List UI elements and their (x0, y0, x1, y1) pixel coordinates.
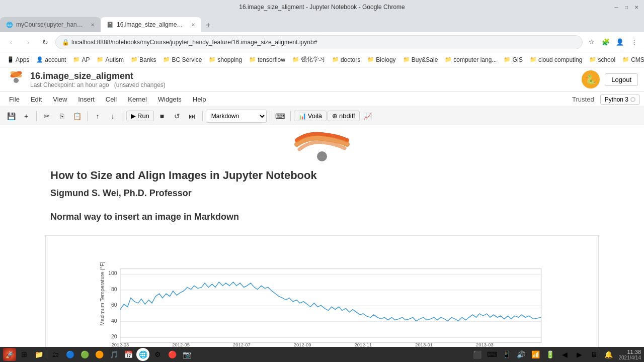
reload-button[interactable]: ↻ (38, 35, 52, 49)
taskbar-chrome[interactable]: 🌐 (136, 348, 149, 361)
tab-1-close[interactable]: ✕ (91, 22, 95, 28)
menu-dots-icon[interactable]: ⋮ (628, 36, 640, 48)
taskbar-launchpad[interactable]: 🚀 (3, 348, 16, 361)
new-tab-button[interactable]: + (201, 18, 215, 32)
logout-button[interactable]: Logout (605, 73, 638, 86)
tab-1[interactable]: 🌐 myCourse/jupyter_handy... ✕ (0, 17, 101, 32)
bookmark-tensorflow[interactable]: 📁 tensorflow (246, 55, 288, 64)
svg-text:2013-03: 2013-03 (476, 342, 494, 346)
bookmark-cms[interactable]: 📁 CMS (619, 55, 644, 64)
bookmark-banks[interactable]: 📁 Banks (128, 55, 159, 64)
taskbar-item3[interactable]: 🟢 (78, 348, 91, 361)
jupyter-logo-icon (6, 69, 26, 89)
back-button[interactable]: ‹ (4, 35, 18, 49)
voila-button[interactable]: 📊 Voilà (294, 111, 327, 121)
taskbar-item8[interactable]: 🔴 (166, 348, 179, 361)
taskbar-grid[interactable]: ⊞ (18, 348, 31, 361)
bookmark-ap[interactable]: 📁 AP (70, 55, 93, 64)
taskbar-settings[interactable]: ⚙ (151, 348, 164, 361)
bookmark-star-icon[interactable]: ☆ (586, 36, 598, 48)
bookmark-buysale[interactable]: 📁 Buy&Sale (400, 55, 441, 64)
menu-kernel[interactable]: Kernel (123, 94, 152, 105)
taskbar-battery[interactable]: 🔋 (544, 348, 557, 361)
minimize-button[interactable]: ─ (613, 4, 620, 11)
extensions-icon[interactable]: 🧩 (600, 36, 612, 48)
bookmark-cloud[interactable]: 📁 cloud computing (527, 55, 585, 64)
svg-text:40: 40 (111, 318, 117, 324)
taskbar-scroll2[interactable]: ▶ (573, 348, 586, 361)
cell-type-select[interactable]: Markdown Code Raw NBConvert (206, 110, 267, 123)
add-cell-button[interactable]: + (19, 109, 33, 123)
window-controls[interactable]: ─ □ ✕ (613, 4, 640, 11)
bookmark-apps-label: Apps (16, 56, 29, 63)
bookmark-apps[interactable]: 📱 Apps (4, 55, 32, 64)
taskbar-screen[interactable]: 🖥 (588, 348, 601, 361)
menu-cell[interactable]: Cell (101, 94, 122, 105)
maximize-button[interactable]: □ (623, 4, 630, 11)
bookmark-autism-label: Autism (105, 56, 124, 63)
nbdiff-button[interactable]: ⊕ nbdiff (328, 111, 360, 121)
bookmark-doctors[interactable]: 📁 doctors (329, 55, 363, 64)
taskbar-item9[interactable]: 📷 (180, 348, 193, 361)
run-button[interactable]: ▶ Run (126, 111, 154, 121)
bookmark-gis[interactable]: 📁 GIS (501, 55, 526, 64)
save-button[interactable]: 💾 (4, 109, 18, 123)
kernel-name: Python 3 (605, 96, 628, 103)
jupyter-header-right: 🐍 Logout (582, 70, 638, 88)
bookmark-shopping[interactable]: 📁 shopping (206, 55, 245, 64)
svg-text:2013-01: 2013-01 (415, 342, 433, 346)
bookmark-biology[interactable]: 📁 Biology (364, 55, 398, 64)
close-button[interactable]: ✕ (633, 4, 640, 11)
notebook-content[interactable]: How to Size and Align Images in Jupyter … (0, 125, 644, 347)
gis-icon: 📁 (504, 56, 511, 63)
menu-help[interactable]: Help (188, 94, 211, 105)
taskbar-item5[interactable]: 🎵 (107, 348, 120, 361)
forward-button[interactable]: › (21, 35, 35, 49)
restart-button[interactable]: ↺ (170, 109, 184, 123)
move-down-button[interactable]: ↓ (106, 109, 120, 123)
keyboard-shortcuts-button[interactable]: ⌨ (273, 109, 287, 123)
taskbar-archive[interactable]: 🗂 (49, 348, 62, 361)
bookmark-biology-label: Biology (376, 56, 395, 63)
taskbar-item2[interactable]: 🔵 (63, 348, 76, 361)
interrupt-button[interactable]: ■ (155, 109, 169, 123)
autism-folder-icon: 📁 (97, 56, 104, 63)
kernel-status: Python 3 (600, 95, 640, 105)
bookmark-autism[interactable]: 📁 Autism (94, 55, 127, 64)
taskbar-scroll[interactable]: ◀ (558, 348, 572, 361)
taskbar-calendar[interactable]: 📅 (122, 348, 135, 361)
bookmark-account[interactable]: 👤 account (33, 55, 69, 64)
menu-view[interactable]: View (48, 94, 72, 105)
restart-run-button[interactable]: ⏭ (185, 109, 199, 123)
taskbar-wifi[interactable]: 📶 (529, 348, 542, 361)
cut-button[interactable]: ✂ (40, 109, 54, 123)
taskbar-keyboard[interactable]: ⌨ (486, 348, 499, 361)
menu-insert[interactable]: Insert (73, 94, 100, 105)
chart-button[interactable]: 📈 (361, 109, 375, 123)
menu-edit[interactable]: Edit (26, 94, 47, 105)
bookmark-bc-service[interactable]: 📁 BC Service (160, 55, 205, 64)
taskbar-item4[interactable]: 🟠 (93, 348, 106, 361)
taskbar-circle[interactable]: ⬛ (471, 348, 484, 361)
tab-2-close[interactable]: ✕ (191, 22, 195, 28)
url-input[interactable]: 🔒 localhost:8888/notebooks/myCourse/jupy… (55, 35, 583, 49)
menu-widgets[interactable]: Widgets (153, 94, 187, 105)
jupyter-header: 16.image_size_aligment Last Checkpoint: … (0, 67, 644, 92)
taskbar-app-icon[interactable]: 📱 (500, 348, 513, 361)
bookmark-rl[interactable]: 📁 强化学习 (289, 54, 328, 65)
move-up-button[interactable]: ↑ (91, 109, 105, 123)
taskbar-sound[interactable]: 🔊 (515, 348, 528, 361)
y-axis-label: Maximum Temperature (°F) (99, 261, 105, 326)
taskbar-notification[interactable]: 🔔 (602, 348, 615, 361)
taskbar-finder[interactable]: 📁 (32, 348, 45, 361)
bookmark-school[interactable]: 📁 school (586, 55, 618, 64)
profile-icon[interactable]: 👤 (614, 36, 626, 48)
menu-file[interactable]: File (4, 94, 25, 105)
bookmark-computer-lang[interactable]: 📁 computer lang... (442, 55, 500, 64)
tab-2[interactable]: 📓 16.image_size_aligment -... ✕ (101, 17, 201, 32)
svg-text:2012-03: 2012-03 (112, 342, 129, 346)
buysale-icon: 📁 (403, 56, 410, 63)
paste-button[interactable]: 📋 (70, 109, 84, 123)
copy-button[interactable]: ⎘ (55, 109, 69, 123)
jupyter-logo-graphic (294, 130, 350, 163)
